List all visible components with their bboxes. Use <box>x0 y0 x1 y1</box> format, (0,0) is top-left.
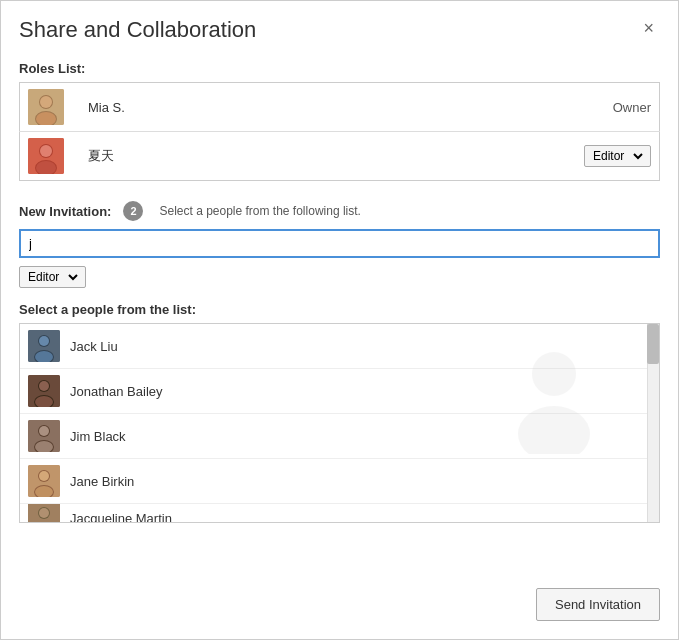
svg-point-32 <box>34 522 54 523</box>
list-item[interactable]: Jonathan Bailey <box>20 369 659 414</box>
step-badge: 2 <box>123 201 143 221</box>
mia-name-cell: Mia S. <box>72 83 576 132</box>
mia-role-cell: Owner <box>576 83 660 132</box>
avatar-jim <box>28 420 60 452</box>
list-item[interactable]: Jim Black <box>20 414 659 459</box>
xia-role-select[interactable]: Viewer Editor Admin <box>589 148 646 164</box>
dialog-header: Share and Collaboration × <box>19 17 660 43</box>
invitation-row: New Invitation: 2 Select a people from t… <box>19 201 660 221</box>
avatar-xia <box>28 138 64 174</box>
people-list[interactable]: Jack Liu Jonathan Bailey <box>19 323 660 523</box>
dialog-title: Share and Collaboration <box>19 17 256 43</box>
table-row: 夏天 Viewer Editor Admin <box>20 132 660 181</box>
svg-point-33 <box>39 508 49 518</box>
share-collaboration-dialog: Share and Collaboration × Roles List: <box>0 0 679 640</box>
avatar-jane <box>28 465 60 497</box>
avatar-jacqueline <box>28 504 60 523</box>
avatar-mia <box>28 89 64 125</box>
roles-list-label: Roles List: <box>19 61 660 76</box>
xia-role-cell[interactable]: Viewer Editor Admin <box>576 132 660 181</box>
person-name: Jack Liu <box>70 339 118 354</box>
people-list-inner: Jack Liu Jonathan Bailey <box>20 324 659 523</box>
roles-table: Mia S. Owner <box>19 82 660 181</box>
scrollbar-thumb[interactable] <box>647 324 659 364</box>
person-name: Jonathan Bailey <box>70 384 163 399</box>
svg-point-3 <box>40 96 52 108</box>
dialog-footer: Send Invitation <box>536 588 660 621</box>
search-input[interactable] <box>19 229 660 258</box>
role-editor-select-wrap[interactable]: Viewer Editor Admin <box>19 266 86 288</box>
table-row: Mia S. Owner <box>20 83 660 132</box>
role-editor-row: Viewer Editor Admin <box>19 266 660 288</box>
xia-name: 夏天 <box>88 148 114 163</box>
avatar-jonathan <box>28 375 60 407</box>
avatar-jack <box>28 330 60 362</box>
xia-role-select-wrap[interactable]: Viewer Editor Admin <box>584 145 651 167</box>
step-text: Select a people from the following list. <box>159 204 360 218</box>
list-item[interactable]: Jane Birkin <box>20 459 659 504</box>
person-name: Jim Black <box>70 429 126 444</box>
person-name: Jacqueline Martin <box>70 511 172 524</box>
svg-point-13 <box>39 336 49 346</box>
send-invitation-button[interactable]: Send Invitation <box>536 588 660 621</box>
person-name: Jane Birkin <box>70 474 134 489</box>
select-people-label: Select a people from the list: <box>19 302 660 317</box>
xia-name-cell: 夏天 <box>72 132 576 181</box>
svg-point-18 <box>39 381 49 391</box>
svg-point-8 <box>40 145 52 157</box>
svg-point-28 <box>39 471 49 481</box>
close-button[interactable]: × <box>637 17 660 39</box>
scrollbar-track[interactable] <box>647 324 659 522</box>
role-editor-select[interactable]: Viewer Editor Admin <box>24 269 81 285</box>
mia-name: Mia S. <box>88 100 125 115</box>
list-item[interactable]: Jack Liu <box>20 324 659 369</box>
invitation-label: New Invitation: <box>19 204 111 219</box>
mia-role: Owner <box>613 100 651 115</box>
list-item[interactable]: Jacqueline Martin <box>20 504 659 523</box>
svg-point-23 <box>39 426 49 436</box>
